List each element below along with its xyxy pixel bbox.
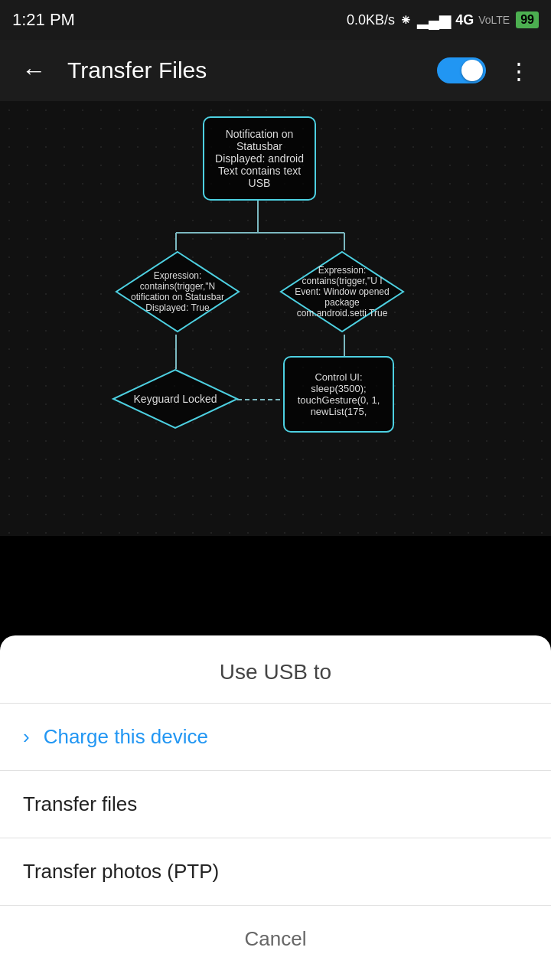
status-bar: 1:21 PM 0.0KB/s ⁕ ▂▄▆ 4G VoLTE 99 — [0, 0, 551, 40]
network-speed: 0.0KB/s — [347, 12, 395, 28]
sheet-title: Use USB to — [0, 635, 551, 704]
transfer-photos-label: Transfer photos (PTP) — [23, 860, 219, 884]
charge-device-label: Charge this device — [44, 725, 208, 749]
charge-device-item[interactable]: › Charge this device — [0, 704, 551, 771]
battery-icon: 99 — [516, 11, 539, 28]
transfer-files-item[interactable]: Transfer files — [0, 771, 551, 838]
more-options-button[interactable]: ⋮ — [501, 51, 536, 90]
transfer-files-label: Transfer files — [23, 792, 137, 816]
back-button[interactable]: ← — [15, 51, 52, 91]
toggle-switch[interactable] — [437, 57, 486, 83]
app-bar: ← Transfer Files ⋮ — [0, 40, 551, 101]
app-bar-title: Transfer Files — [67, 57, 422, 83]
signal-icon: ▂▄▆ — [417, 11, 451, 29]
status-time: 1:21 PM — [12, 10, 75, 30]
expr1-node: Expression: contains(trigger,"N otificat… — [113, 249, 242, 335]
network-type-icon: 4G — [455, 12, 474, 28]
chevron-right-icon: › — [23, 725, 30, 749]
cancel-button[interactable]: Cancel — [0, 906, 551, 972]
bluetooth-icon: ⁕ — [399, 11, 412, 29]
flowchart-canvas: Notification on Statusbar Displayed: and… — [0, 101, 551, 536]
control-ui-node: Control UI: sleep(3500); touchGesture(0,… — [283, 356, 394, 433]
status-icons: 0.0KB/s ⁕ ▂▄▆ 4G VoLTE 99 — [347, 11, 539, 29]
trigger-node: Notification on Statusbar Displayed: and… — [203, 116, 316, 201]
expr2-node: Expression: contains(trigger,"U I Event:… — [278, 249, 406, 335]
volte-icon: VoLTE — [478, 14, 510, 26]
cancel-label: Cancel — [245, 927, 307, 951]
bottom-sheet: Use USB to › Charge this device Transfer… — [0, 635, 551, 980]
keyguard-node: Keyguard Locked — [111, 368, 240, 430]
transfer-photos-item[interactable]: Transfer photos (PTP) — [0, 838, 551, 906]
